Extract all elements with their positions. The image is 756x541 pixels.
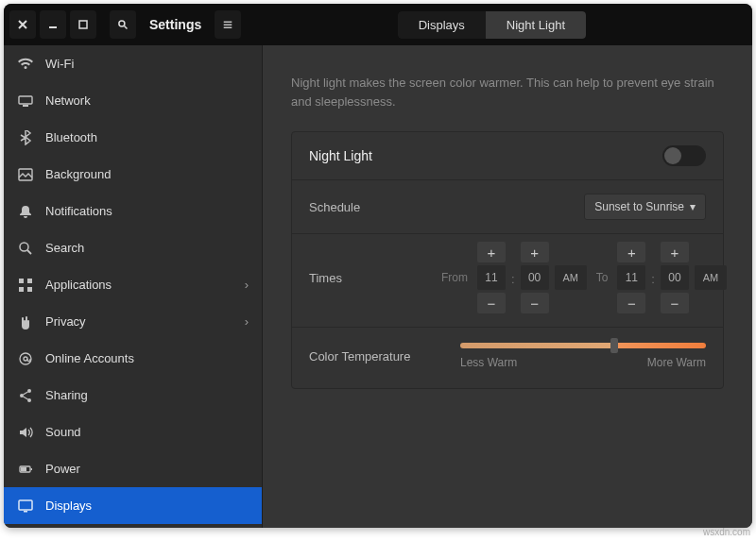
to-minute-plus[interactable]: +: [661, 242, 689, 262]
sidebar-item-network[interactable]: Network: [4, 82, 262, 119]
share-icon: [17, 388, 34, 403]
night-light-panel: Night Light Schedule Sunset to Sunrise ▾: [291, 131, 724, 389]
maximize-button[interactable]: [70, 10, 96, 39]
svg-rect-8: [23, 105, 28, 107]
night-light-toggle-row: Night Light: [292, 132, 723, 180]
tab-switcher: Displays Night Light: [398, 11, 586, 39]
sidebar-item-label: Background: [45, 167, 249, 181]
at-icon: [17, 351, 34, 366]
sidebar-item-label: Online Accounts: [45, 351, 249, 365]
schedule-dropdown[interactable]: Sunset to Sunrise ▾: [584, 194, 706, 220]
from-label: From: [441, 271, 468, 284]
from-hour-minus[interactable]: −: [477, 293, 506, 313]
slider-labels: Less Warm More Warm: [460, 356, 706, 369]
to-time-group: + 11 − : + 00 − AM: [617, 242, 727, 313]
sidebar-item-background[interactable]: Background: [4, 156, 262, 193]
less-warm-label: Less Warm: [460, 356, 517, 369]
window-title: Settings: [149, 17, 201, 32]
sidebar-item-label: Sharing: [45, 388, 249, 402]
schedule-row: Schedule Sunset to Sunrise ▾: [292, 180, 723, 234]
svg-line-3: [125, 26, 128, 29]
time-separator: :: [511, 270, 515, 286]
sidebar-item-wifi[interactable]: Wi-Fi: [4, 45, 262, 82]
to-minute-minus[interactable]: −: [661, 293, 689, 313]
slider-track-right: [612, 343, 706, 348]
chevron-right-icon: ›: [245, 278, 249, 292]
sidebar-item-label: Sound: [45, 425, 249, 439]
to-hour-stepper: + 11 −: [617, 242, 645, 313]
sidebar-item-label: Search: [45, 241, 249, 255]
to-hour-plus[interactable]: +: [617, 242, 645, 262]
search-button[interactable]: [110, 10, 136, 39]
sidebar-item-sound[interactable]: Sound: [4, 414, 262, 450]
settings-window: Settings Displays Night Light Wi-Fi Netw…: [4, 4, 752, 528]
svg-rect-14: [19, 287, 24, 292]
night-light-title: Night Light: [309, 148, 441, 163]
sidebar-item-notifications[interactable]: Notifications: [4, 193, 262, 229]
tab-night-light[interactable]: Night Light: [486, 11, 586, 39]
svg-rect-22: [31, 468, 33, 470]
from-time-group: + 11 − : + 00 − AM: [477, 242, 587, 313]
minimize-button[interactable]: [40, 10, 66, 39]
titlebar: Settings Displays Night Light: [4, 4, 752, 45]
sidebar-item-sharing[interactable]: Sharing: [4, 377, 262, 414]
content-area: Night light makes the screen color warme…: [263, 45, 752, 528]
power-icon: [17, 462, 34, 477]
close-button[interactable]: [9, 10, 36, 39]
schedule-value: Sunset to Sunrise: [594, 200, 684, 213]
sidebar-item-power[interactable]: Power: [4, 450, 262, 487]
svg-rect-0: [49, 26, 57, 28]
more-warm-label: More Warm: [647, 356, 706, 369]
svg-rect-13: [27, 279, 32, 283]
to-hour-minus[interactable]: −: [617, 293, 645, 313]
apps-icon: [17, 278, 34, 293]
sidebar-item-bluetooth[interactable]: Bluetooth: [4, 119, 262, 156]
menu-button[interactable]: [215, 10, 241, 39]
to-ampm[interactable]: AM: [695, 265, 727, 290]
from-hour-stepper: + 11 −: [477, 242, 506, 313]
from-minute-stepper: + 00 −: [521, 242, 549, 313]
sidebar-item-online-accounts[interactable]: Online Accounts: [4, 340, 262, 377]
from-minute-minus[interactable]: −: [521, 293, 549, 313]
hand-icon: [17, 314, 34, 330]
sidebar-item-privacy[interactable]: Privacy›: [4, 303, 262, 340]
from-ampm[interactable]: AM: [555, 265, 587, 290]
network-icon: [17, 93, 34, 109]
to-minute-value[interactable]: 00: [661, 265, 689, 290]
svg-rect-6: [224, 27, 232, 28]
to-minute-stepper: + 00 −: [661, 242, 689, 313]
sidebar-item-label: Applications: [45, 278, 233, 292]
to-hour-value[interactable]: 11: [617, 265, 645, 290]
svg-point-2: [119, 21, 125, 26]
times-label: Times: [309, 271, 441, 285]
from-minute-plus[interactable]: +: [521, 242, 549, 262]
sidebar-item-label: Power: [45, 462, 249, 476]
from-hour-plus[interactable]: +: [477, 242, 506, 262]
svg-rect-23: [21, 467, 26, 471]
description-text: Night light makes the screen color warme…: [291, 74, 724, 110]
sidebar-item-label: Displays: [45, 499, 249, 513]
sidebar-item-displays[interactable]: Displays: [4, 487, 262, 524]
night-light-switch[interactable]: [662, 145, 706, 166]
times-row: Times From + 11 − : + 00: [292, 234, 723, 328]
bluetooth-icon: [17, 130, 34, 145]
svg-rect-25: [24, 511, 27, 513]
window-body: Wi-Fi Network Bluetooth Background Notif…: [4, 45, 752, 528]
sidebar-item-applications[interactable]: Applications›: [4, 266, 262, 303]
from-minute-value[interactable]: 00: [521, 265, 549, 290]
color-temperature-label: Color Temperature: [309, 349, 441, 363]
display-icon: [17, 499, 34, 514]
tab-displays[interactable]: Displays: [398, 11, 486, 39]
slider-thumb[interactable]: [610, 338, 618, 353]
from-hour-value[interactable]: 11: [477, 265, 506, 290]
svg-point-10: [20, 243, 28, 251]
color-temperature-slider[interactable]: [460, 343, 706, 348]
to-label: To: [596, 271, 609, 284]
sidebar-item-label: Privacy: [45, 314, 233, 329]
svg-rect-24: [19, 500, 32, 510]
sidebar-item-mouse-touchpad[interactable]: Mouse & Touchpad: [4, 524, 262, 528]
bell-icon: [17, 204, 34, 219]
sidebar-item-search[interactable]: Search: [4, 229, 262, 266]
svg-line-11: [27, 250, 31, 254]
schedule-label: Schedule: [309, 200, 441, 214]
